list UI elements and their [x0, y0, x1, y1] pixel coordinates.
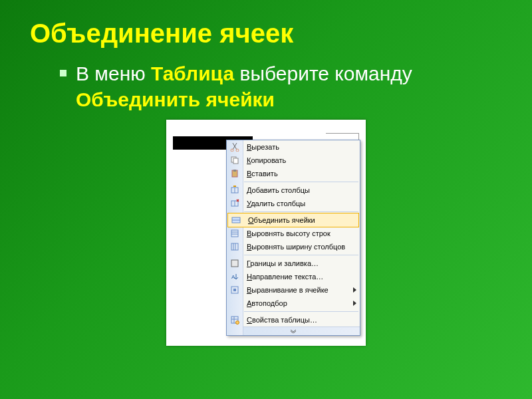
slide-title: Объединение ячеек — [0, 0, 532, 49]
menu-item-none[interactable]: Автоподбор — [227, 297, 360, 310]
cut-icon — [229, 142, 240, 152]
none-icon — [229, 298, 240, 309]
menu-item-del-col[interactable]: Удалить столбцы — [227, 197, 360, 210]
menu-item-label: Объединить ячейки — [248, 216, 315, 224]
menu-item-borders[interactable]: Границы и заливка… — [227, 257, 360, 270]
del-col-icon — [229, 198, 240, 209]
svg-point-1 — [236, 149, 239, 152]
menu-separator — [244, 311, 358, 312]
menu-item-row-h[interactable]: Выровнять высоту строк — [227, 227, 360, 240]
menu-item-label: Направление текста… — [247, 273, 323, 281]
bullet-icon — [60, 70, 66, 76]
borders-icon — [229, 258, 240, 269]
svg-point-0 — [231, 149, 233, 152]
menu-item-label: Вырезать — [247, 143, 279, 151]
menu-item-cut[interactable]: Вырезать — [227, 140, 360, 154]
menu-item-label: Свойства таблицы… — [247, 316, 317, 324]
menu-expand-icon[interactable] — [227, 327, 360, 335]
menu-item-col-w[interactable]: Выровнять ширину столбцов — [227, 240, 360, 253]
menu-item-props[interactable]: Свойства таблицы… — [227, 313, 360, 327]
bullet-item: В меню Таблица выберите команду Объедини… — [0, 49, 532, 112]
paste-icon — [229, 168, 240, 179]
context-menu: ВырезатьКопироватьВставитьДобавить столб… — [226, 140, 360, 336]
menu-separator — [244, 255, 358, 255]
menu-item-paste[interactable]: Вставить — [227, 167, 360, 180]
row-h-icon — [229, 228, 240, 239]
align-icon — [229, 285, 240, 295]
add-col-icon — [229, 185, 240, 196]
menu-item-add-col[interactable]: Добавить столбцы — [227, 184, 360, 197]
submenu-arrow-icon — [353, 287, 356, 293]
menu-item-label: Вставить — [247, 170, 278, 178]
text-dir-icon: A — [229, 271, 240, 282]
menu-separator — [244, 182, 358, 182]
menu-item-label: Выровнять высоту строк — [247, 229, 331, 237]
menu-item-label: Автоподбор — [247, 299, 287, 307]
menu-item-label: Выровнять ширину столбцов — [247, 243, 345, 251]
copy-icon — [229, 155, 240, 166]
instruction-text: В меню Таблица выберите команду Объедини… — [76, 61, 488, 112]
col-w-icon — [229, 241, 240, 252]
menu-item-text-dir[interactable]: AНаправление текста… — [227, 270, 360, 283]
submenu-arrow-icon — [353, 301, 356, 306]
menu-item-copy[interactable]: Копировать — [227, 154, 360, 167]
svg-rect-16 — [231, 243, 238, 250]
screenshot-panel: ВырезатьКопироватьВставитьДобавить столб… — [166, 120, 366, 346]
svg-rect-22 — [233, 289, 236, 291]
menu-item-merge[interactable]: Объединить ячейки — [227, 213, 359, 227]
menu-separator — [244, 211, 358, 212]
menu-item-label: Выравнивание в ячейке — [247, 286, 329, 294]
svg-text:A: A — [231, 274, 235, 280]
menu-item-label: Копировать — [247, 156, 286, 164]
menu-item-label: Удалить столбцы — [247, 200, 305, 207]
menu-item-label: Добавить столбцы — [247, 186, 310, 194]
menu-item-align[interactable]: Выравнивание в ячейке — [227, 283, 360, 297]
merge-icon — [231, 215, 241, 225]
props-icon — [229, 315, 240, 325]
svg-rect-3 — [233, 158, 238, 164]
svg-rect-5 — [233, 170, 236, 172]
menu-item-label: Границы и заливка… — [247, 259, 319, 267]
svg-rect-13 — [231, 230, 238, 237]
svg-point-26 — [236, 321, 239, 325]
svg-rect-19 — [231, 260, 238, 267]
